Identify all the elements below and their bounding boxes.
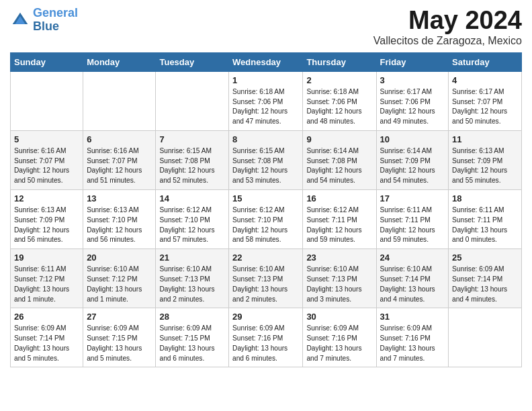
day-cell: 22Sunrise: 6:10 AM Sunset: 7:13 PM Dayli… [229, 249, 303, 308]
calendar-table: SundayMondayTuesdayWednesdayThursdayFrid… [10, 52, 522, 368]
day-number: 4 [452, 75, 518, 85]
day-number: 24 [380, 253, 445, 263]
day-cell: 11Sunrise: 6:13 AM Sunset: 7:09 PM Dayli… [449, 130, 522, 189]
day-info: Sunrise: 6:11 AM Sunset: 7:11 PM Dayligh… [452, 205, 518, 245]
day-cell [449, 308, 522, 367]
day-info: Sunrise: 6:09 AM Sunset: 7:15 PM Dayligh… [159, 324, 225, 363]
day-cell: 6Sunrise: 6:16 AM Sunset: 7:07 PM Daylig… [83, 130, 156, 189]
day-cell: 16Sunrise: 6:12 AM Sunset: 7:11 PM Dayli… [303, 190, 376, 249]
weekday-header-friday: Friday [376, 52, 449, 71]
day-number: 30 [306, 312, 372, 322]
day-cell: 12Sunrise: 6:13 AM Sunset: 7:09 PM Dayli… [11, 190, 83, 249]
day-cell: 27Sunrise: 6:09 AM Sunset: 7:15 PM Dayli… [83, 308, 156, 367]
day-info: Sunrise: 6:09 AM Sunset: 7:16 PM Dayligh… [232, 324, 299, 363]
day-number: 11 [452, 134, 518, 144]
logo-icon [10, 10, 30, 30]
week-row-4: 19Sunrise: 6:11 AM Sunset: 7:12 PM Dayli… [11, 249, 522, 308]
day-info: Sunrise: 6:16 AM Sunset: 7:07 PM Dayligh… [14, 146, 79, 186]
day-number: 18 [452, 193, 518, 203]
day-info: Sunrise: 6:11 AM Sunset: 7:12 PM Dayligh… [14, 265, 79, 304]
day-cell: 10Sunrise: 6:14 AM Sunset: 7:09 PM Dayli… [376, 130, 449, 189]
day-cell: 3Sunrise: 6:17 AM Sunset: 7:06 PM Daylig… [376, 71, 449, 130]
day-cell: 26Sunrise: 6:09 AM Sunset: 7:14 PM Dayli… [11, 308, 83, 367]
day-info: Sunrise: 6:10 AM Sunset: 7:13 PM Dayligh… [306, 265, 372, 304]
logo-text: General Blue [33, 7, 78, 34]
weekday-header-thursday: Thursday [303, 52, 376, 71]
day-number: 2 [306, 75, 372, 85]
day-info: Sunrise: 6:13 AM Sunset: 7:10 PM Dayligh… [87, 205, 152, 245]
weekday-header-saturday: Saturday [449, 52, 522, 71]
day-cell: 7Sunrise: 6:15 AM Sunset: 7:08 PM Daylig… [156, 130, 229, 189]
day-info: Sunrise: 6:09 AM Sunset: 7:16 PM Dayligh… [306, 324, 372, 363]
day-cell: 17Sunrise: 6:11 AM Sunset: 7:11 PM Dayli… [376, 190, 449, 249]
day-info: Sunrise: 6:17 AM Sunset: 7:07 PM Dayligh… [452, 87, 518, 127]
day-cell: 29Sunrise: 6:09 AM Sunset: 7:16 PM Dayli… [229, 308, 303, 367]
month-title: May 2024 [373, 7, 522, 35]
week-row-1: 1Sunrise: 6:18 AM Sunset: 7:06 PM Daylig… [11, 71, 522, 130]
day-info: Sunrise: 6:12 AM Sunset: 7:10 PM Dayligh… [232, 205, 299, 245]
weekday-header-monday: Monday [83, 52, 156, 71]
day-info: Sunrise: 6:13 AM Sunset: 7:09 PM Dayligh… [452, 146, 518, 186]
day-number: 29 [232, 312, 299, 322]
day-info: Sunrise: 6:10 AM Sunset: 7:13 PM Dayligh… [159, 265, 225, 304]
day-info: Sunrise: 6:18 AM Sunset: 7:06 PM Dayligh… [232, 87, 299, 127]
day-info: Sunrise: 6:15 AM Sunset: 7:08 PM Dayligh… [232, 146, 299, 186]
weekday-header-row: SundayMondayTuesdayWednesdayThursdayFrid… [11, 52, 522, 71]
day-cell: 19Sunrise: 6:11 AM Sunset: 7:12 PM Dayli… [11, 249, 83, 308]
day-cell [156, 71, 229, 130]
day-cell: 31Sunrise: 6:09 AM Sunset: 7:16 PM Dayli… [376, 308, 449, 367]
header: General Blue May 2024 Vallecitos de Zara… [10, 7, 522, 47]
day-number: 7 [159, 134, 225, 144]
day-number: 27 [87, 312, 152, 322]
week-row-2: 5Sunrise: 6:16 AM Sunset: 7:07 PM Daylig… [11, 130, 522, 189]
day-cell: 4Sunrise: 6:17 AM Sunset: 7:07 PM Daylig… [449, 71, 522, 130]
day-cell: 13Sunrise: 6:13 AM Sunset: 7:10 PM Dayli… [83, 190, 156, 249]
day-info: Sunrise: 6:12 AM Sunset: 7:11 PM Dayligh… [306, 205, 372, 245]
day-number: 6 [87, 134, 152, 144]
day-info: Sunrise: 6:09 AM Sunset: 7:14 PM Dayligh… [452, 265, 518, 304]
title-area: May 2024 Vallecitos de Zaragoza, Mexico [373, 7, 522, 47]
day-cell: 28Sunrise: 6:09 AM Sunset: 7:15 PM Dayli… [156, 308, 229, 367]
day-info: Sunrise: 6:14 AM Sunset: 7:09 PM Dayligh… [380, 146, 445, 186]
day-info: Sunrise: 6:18 AM Sunset: 7:06 PM Dayligh… [306, 87, 372, 127]
day-number: 5 [14, 134, 79, 144]
day-cell: 30Sunrise: 6:09 AM Sunset: 7:16 PM Dayli… [303, 308, 376, 367]
day-cell: 8Sunrise: 6:15 AM Sunset: 7:08 PM Daylig… [229, 130, 303, 189]
day-number: 9 [306, 134, 372, 144]
day-cell: 23Sunrise: 6:10 AM Sunset: 7:13 PM Dayli… [303, 249, 376, 308]
day-cell: 24Sunrise: 6:10 AM Sunset: 7:14 PM Dayli… [376, 249, 449, 308]
day-info: Sunrise: 6:12 AM Sunset: 7:10 PM Dayligh… [159, 205, 225, 245]
day-number: 22 [232, 253, 299, 263]
day-cell: 5Sunrise: 6:16 AM Sunset: 7:07 PM Daylig… [11, 130, 83, 189]
day-info: Sunrise: 6:14 AM Sunset: 7:08 PM Dayligh… [306, 146, 372, 186]
day-number: 13 [87, 193, 152, 203]
day-info: Sunrise: 6:10 AM Sunset: 7:12 PM Dayligh… [87, 265, 152, 304]
day-number: 10 [380, 134, 445, 144]
week-row-3: 12Sunrise: 6:13 AM Sunset: 7:09 PM Dayli… [11, 190, 522, 249]
day-cell [11, 71, 83, 130]
day-number: 23 [306, 253, 372, 263]
day-number: 3 [380, 75, 445, 85]
day-cell: 14Sunrise: 6:12 AM Sunset: 7:10 PM Dayli… [156, 190, 229, 249]
day-number: 26 [14, 312, 79, 322]
day-number: 14 [159, 193, 225, 203]
day-info: Sunrise: 6:17 AM Sunset: 7:06 PM Dayligh… [380, 87, 445, 127]
day-info: Sunrise: 6:16 AM Sunset: 7:07 PM Dayligh… [87, 146, 152, 186]
day-info: Sunrise: 6:10 AM Sunset: 7:14 PM Dayligh… [380, 265, 445, 304]
day-number: 19 [14, 253, 79, 263]
week-row-5: 26Sunrise: 6:09 AM Sunset: 7:14 PM Dayli… [11, 308, 522, 367]
day-cell: 18Sunrise: 6:11 AM Sunset: 7:11 PM Dayli… [449, 190, 522, 249]
day-info: Sunrise: 6:13 AM Sunset: 7:09 PM Dayligh… [14, 205, 79, 245]
day-number: 28 [159, 312, 225, 322]
day-number: 25 [452, 253, 518, 263]
day-number: 12 [14, 193, 79, 203]
day-number: 31 [380, 312, 445, 322]
day-number: 20 [87, 253, 152, 263]
day-number: 17 [380, 193, 445, 203]
day-cell: 20Sunrise: 6:10 AM Sunset: 7:12 PM Dayli… [83, 249, 156, 308]
day-number: 8 [232, 134, 299, 144]
day-cell: 21Sunrise: 6:10 AM Sunset: 7:13 PM Dayli… [156, 249, 229, 308]
day-info: Sunrise: 6:15 AM Sunset: 7:08 PM Dayligh… [159, 146, 225, 186]
day-info: Sunrise: 6:11 AM Sunset: 7:11 PM Dayligh… [380, 205, 445, 245]
day-info: Sunrise: 6:09 AM Sunset: 7:15 PM Dayligh… [87, 324, 152, 363]
